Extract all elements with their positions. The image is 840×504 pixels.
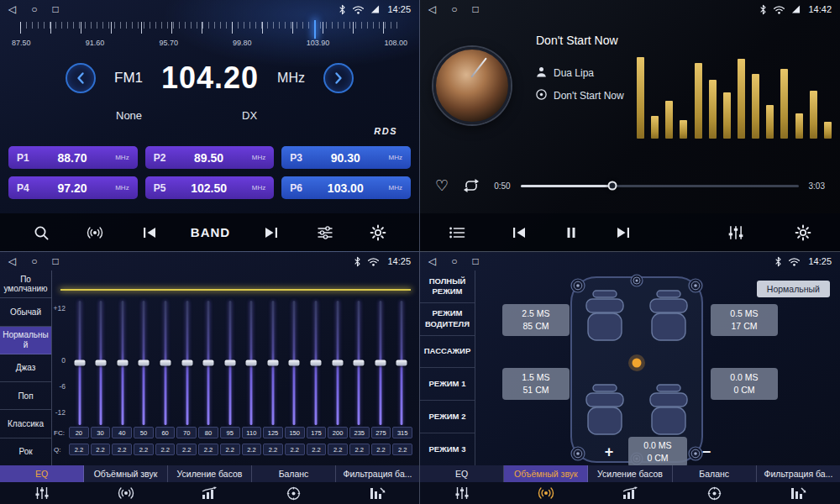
slider-knob[interactable] <box>203 360 214 366</box>
listening-mode-item[interactable]: РЕЖИМ 3 <box>420 433 475 465</box>
broadcast-button[interactable] <box>82 222 108 244</box>
audio-tab[interactable]: EQ <box>0 465 84 482</box>
audio-tab[interactable]: Объёмный звук <box>504 465 588 482</box>
slider-knob[interactable] <box>267 360 278 366</box>
nav-back-icon[interactable]: ◁ <box>428 256 436 266</box>
preset-button[interactable]: P1 88.70 MHz <box>8 146 138 169</box>
eq-band-slider[interactable] <box>69 301 91 425</box>
slider-knob[interactable] <box>332 360 343 366</box>
surround-tab-icon[interactable] <box>504 486 588 501</box>
eq-preset-item[interactable]: Поп <box>0 382 51 410</box>
nav-recents-icon[interactable]: □ <box>52 256 58 266</box>
listening-mode-item[interactable]: ПАССАЖИР <box>420 336 475 369</box>
nav-recents-icon[interactable]: □ <box>472 256 478 266</box>
nav-back-icon[interactable]: ◁ <box>428 4 436 14</box>
slider-knob[interactable] <box>289 360 300 366</box>
preset-button[interactable]: P2 89.50 MHz <box>145 146 275 169</box>
settings-gear-button[interactable] <box>366 221 390 244</box>
eq-band-slider[interactable] <box>155 301 176 425</box>
increase-delay-button[interactable]: + <box>605 444 614 459</box>
eq-band-slider[interactable] <box>305 301 327 425</box>
seek-prev-button[interactable] <box>138 223 161 243</box>
filter-tab-icon[interactable] <box>335 486 419 500</box>
nav-home-icon[interactable]: ○ <box>451 256 457 266</box>
preset-button[interactable]: P6 103.00 MHz <box>281 176 411 199</box>
nav-recents-icon[interactable]: □ <box>52 4 58 14</box>
eq-tab-icon[interactable] <box>420 486 504 500</box>
scan-search-button[interactable] <box>29 221 53 244</box>
eq-band-slider[interactable] <box>91 301 113 425</box>
audio-tab[interactable]: EQ <box>420 465 504 482</box>
slider-knob[interactable] <box>117 360 128 366</box>
eq-band-slider[interactable] <box>241 301 263 425</box>
tune-up-button[interactable] <box>323 63 354 93</box>
tune-down-button[interactable] <box>66 63 96 93</box>
repeat-button[interactable] <box>459 175 484 197</box>
slider-knob[interactable] <box>96 360 107 366</box>
bass-boost-tab-icon[interactable] <box>588 486 672 500</box>
audio-tab[interactable]: Фильтрация ба... <box>336 465 419 482</box>
playlist-button[interactable] <box>445 223 469 243</box>
eq-band-slider[interactable] <box>197 301 219 425</box>
audio-tab[interactable]: Баланс <box>673 465 757 482</box>
favorite-heart-button[interactable]: ♡ <box>435 178 449 193</box>
eq-preset-item[interactable]: Рок <box>0 438 51 465</box>
balance-tab-icon[interactable] <box>672 486 756 501</box>
eq-band-slider[interactable] <box>262 301 284 425</box>
eq-band-slider[interactable] <box>348 301 370 425</box>
nav-home-icon[interactable]: ○ <box>31 4 37 14</box>
preset-button[interactable]: P4 97.20 MHz <box>8 176 138 199</box>
eq-band-slider[interactable] <box>176 301 198 425</box>
frequency-scale[interactable]: 87.5091.6095.7099.80103.90108.00 <box>8 22 411 57</box>
eq-band-slider[interactable] <box>112 301 134 425</box>
slider-knob[interactable] <box>74 360 85 366</box>
nav-home-icon[interactable]: ○ <box>31 256 37 266</box>
equalizer-mixer-button[interactable] <box>724 222 748 244</box>
audio-settings-button[interactable] <box>313 222 337 244</box>
band-button[interactable]: BAND <box>191 225 230 239</box>
position-preset-button[interactable]: Нормальный <box>757 281 830 297</box>
slider-knob[interactable] <box>246 360 257 366</box>
decrease-delay-button[interactable]: − <box>702 444 711 459</box>
seek-next-button[interactable] <box>260 223 283 243</box>
slider-knob[interactable] <box>139 360 150 366</box>
listening-mode-item[interactable]: ПОЛНЫЙ РЕЖИМ <box>420 270 475 303</box>
eq-band-slider[interactable] <box>134 301 155 425</box>
audio-tab[interactable]: Усиление басов <box>588 465 672 482</box>
slider-knob[interactable] <box>396 360 407 366</box>
listening-mode-item[interactable]: РЕЖИМ 2 <box>420 401 475 433</box>
balance-tab-icon[interactable] <box>251 486 335 501</box>
eq-band-slider[interactable] <box>370 301 391 425</box>
settings-gear-button[interactable] <box>791 221 815 244</box>
preset-button[interactable]: P3 90.30 MHz <box>281 146 411 169</box>
slider-knob[interactable] <box>354 360 365 366</box>
bass-boost-tab-icon[interactable] <box>168 486 252 500</box>
nav-recents-icon[interactable]: □ <box>472 4 478 14</box>
filter-tab-icon[interactable] <box>756 486 840 500</box>
previous-track-button[interactable] <box>507 223 531 243</box>
eq-preset-item[interactable]: Нормальный <box>0 327 51 354</box>
audio-tab[interactable]: Объёмный звук <box>84 465 168 482</box>
surround-tab-icon[interactable] <box>84 486 168 501</box>
pause-button[interactable] <box>561 223 581 243</box>
nav-home-icon[interactable]: ○ <box>451 4 457 14</box>
seek-bar-knob[interactable] <box>607 181 617 191</box>
eq-band-slider[interactable] <box>284 301 306 425</box>
eq-preset-item[interactable]: Джаз <box>0 354 51 382</box>
seek-bar[interactable] <box>521 185 799 187</box>
audio-tab[interactable]: Усиление басов <box>168 465 252 482</box>
slider-knob[interactable] <box>375 360 386 366</box>
listening-mode-item[interactable]: РЕЖИМ 1 <box>420 368 475 401</box>
eq-band-slider[interactable] <box>327 301 349 425</box>
eq-band-slider[interactable] <box>219 301 241 425</box>
eq-preset-item[interactable]: Классика <box>0 410 51 438</box>
eq-preset-item[interactable]: По умолчанию <box>0 270 51 298</box>
audio-tab[interactable]: Баланс <box>252 465 336 482</box>
nav-back-icon[interactable]: ◁ <box>8 256 16 266</box>
preset-button[interactable]: P5 102.50 MHz <box>145 176 275 199</box>
slider-knob[interactable] <box>310 360 321 366</box>
slider-knob[interactable] <box>160 360 171 366</box>
listening-mode-item[interactable]: РЕЖИМ ВОДИТЕЛЯ <box>420 303 475 336</box>
slider-knob[interactable] <box>181 360 192 366</box>
audio-tab[interactable]: Фильтрация ба... <box>757 465 840 482</box>
